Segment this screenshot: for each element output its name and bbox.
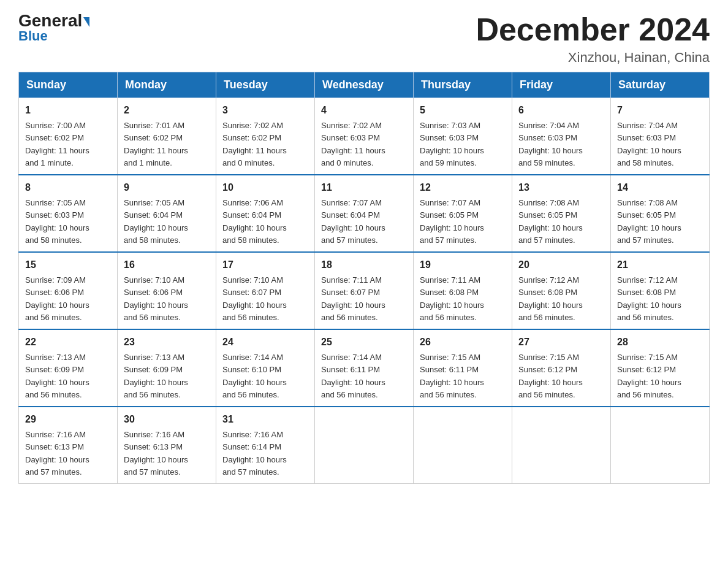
calendar-cell: 12Sunrise: 7:07 AMSunset: 6:05 PMDayligh… (414, 175, 512, 252)
day-info: Sunrise: 7:16 AMSunset: 6:13 PMDaylight:… (124, 430, 188, 477)
day-number: 20 (518, 258, 604, 272)
day-info: Sunrise: 7:12 AMSunset: 6:08 PMDaylight:… (518, 275, 583, 322)
day-info: Sunrise: 7:16 AMSunset: 6:14 PMDaylight:… (222, 430, 287, 477)
day-number: 22 (25, 335, 111, 350)
calendar-cell: 21Sunrise: 7:12 AMSunset: 6:08 PMDayligh… (611, 252, 710, 329)
day-number: 23 (124, 335, 210, 350)
calendar-cell: 9Sunrise: 7:05 AMSunset: 6:04 PMDaylight… (118, 175, 216, 252)
calendar-cell: 28Sunrise: 7:15 AMSunset: 6:12 PMDayligh… (611, 329, 710, 407)
day-info: Sunrise: 7:01 AMSunset: 6:02 PMDaylight:… (124, 121, 188, 167)
calendar-cell: 16Sunrise: 7:10 AMSunset: 6:06 PMDayligh… (118, 252, 216, 329)
day-info: Sunrise: 7:02 AMSunset: 6:03 PMDaylight:… (321, 121, 385, 167)
header-day-wednesday: Wednesday (315, 72, 414, 98)
calendar-cell (414, 407, 512, 484)
day-info: Sunrise: 7:04 AMSunset: 6:03 PMDaylight:… (518, 121, 583, 167)
day-info: Sunrise: 7:12 AMSunset: 6:08 PMDaylight:… (617, 275, 681, 322)
day-info: Sunrise: 7:16 AMSunset: 6:13 PMDaylight:… (25, 430, 89, 477)
week-row-1: 1Sunrise: 7:00 AMSunset: 6:02 PMDaylight… (19, 98, 710, 175)
calendar-header: SundayMondayTuesdayWednesdayThursdayFrid… (19, 72, 710, 98)
day-info: Sunrise: 7:00 AMSunset: 6:02 PMDaylight:… (25, 121, 89, 167)
header-day-friday: Friday (512, 72, 611, 98)
calendar-cell (512, 407, 611, 484)
calendar-cell: 5Sunrise: 7:03 AMSunset: 6:03 PMDaylight… (414, 98, 512, 175)
day-info: Sunrise: 7:02 AMSunset: 6:02 PMDaylight:… (222, 121, 287, 167)
day-number: 19 (420, 258, 506, 272)
header-day-thursday: Thursday (414, 72, 512, 98)
logo-blue: Blue (18, 28, 48, 44)
week-row-4: 22Sunrise: 7:13 AMSunset: 6:09 PMDayligh… (19, 329, 710, 407)
page-header: General Blue December 2024 Xinzhou, Hain… (18, 12, 710, 66)
header-day-tuesday: Tuesday (216, 72, 315, 98)
day-info: Sunrise: 7:11 AMSunset: 6:08 PMDaylight:… (420, 275, 484, 322)
week-row-5: 29Sunrise: 7:16 AMSunset: 6:13 PMDayligh… (19, 407, 710, 484)
calendar-cell: 7Sunrise: 7:04 AMSunset: 6:03 PMDaylight… (611, 98, 710, 175)
day-number: 14 (617, 180, 703, 195)
day-number: 3 (222, 103, 308, 118)
day-number: 28 (617, 335, 703, 350)
calendar-cell: 22Sunrise: 7:13 AMSunset: 6:09 PMDayligh… (19, 329, 118, 407)
day-info: Sunrise: 7:15 AMSunset: 6:12 PMDaylight:… (518, 353, 583, 399)
day-number: 4 (321, 103, 407, 118)
day-number: 30 (124, 412, 210, 427)
calendar-cell: 20Sunrise: 7:12 AMSunset: 6:08 PMDayligh… (512, 252, 611, 329)
day-info: Sunrise: 7:11 AMSunset: 6:07 PMDaylight:… (321, 275, 385, 322)
calendar-cell: 13Sunrise: 7:08 AMSunset: 6:05 PMDayligh… (512, 175, 611, 252)
title-area: December 2024 Xinzhou, Hainan, China (476, 12, 710, 66)
day-number: 18 (321, 258, 407, 272)
day-number: 21 (617, 258, 703, 272)
day-info: Sunrise: 7:15 AMSunset: 6:12 PMDaylight:… (617, 353, 681, 399)
day-number: 7 (617, 103, 703, 118)
day-info: Sunrise: 7:08 AMSunset: 6:05 PMDaylight:… (617, 198, 681, 245)
calendar-cell: 30Sunrise: 7:16 AMSunset: 6:13 PMDayligh… (118, 407, 216, 484)
calendar-cell: 8Sunrise: 7:05 AMSunset: 6:03 PMDaylight… (19, 175, 118, 252)
header-day-saturday: Saturday (611, 72, 710, 98)
day-number: 26 (420, 335, 506, 350)
day-number: 5 (420, 103, 506, 118)
calendar-table: SundayMondayTuesdayWednesdayThursdayFrid… (18, 72, 710, 484)
day-number: 15 (25, 258, 111, 272)
day-number: 8 (25, 180, 111, 195)
day-info: Sunrise: 7:07 AMSunset: 6:05 PMDaylight:… (420, 198, 484, 245)
calendar-cell (611, 407, 710, 484)
calendar-cell: 11Sunrise: 7:07 AMSunset: 6:04 PMDayligh… (315, 175, 414, 252)
day-info: Sunrise: 7:04 AMSunset: 6:03 PMDaylight:… (617, 121, 681, 167)
calendar-cell: 27Sunrise: 7:15 AMSunset: 6:12 PMDayligh… (512, 329, 611, 407)
calendar-cell: 19Sunrise: 7:11 AMSunset: 6:08 PMDayligh… (414, 252, 512, 329)
day-info: Sunrise: 7:14 AMSunset: 6:10 PMDaylight:… (222, 353, 287, 399)
calendar-cell: 3Sunrise: 7:02 AMSunset: 6:02 PMDaylight… (216, 98, 315, 175)
calendar-cell: 10Sunrise: 7:06 AMSunset: 6:04 PMDayligh… (216, 175, 315, 252)
day-number: 1 (25, 103, 111, 118)
header-row: SundayMondayTuesdayWednesdayThursdayFrid… (19, 72, 710, 98)
day-info: Sunrise: 7:10 AMSunset: 6:07 PMDaylight:… (222, 275, 287, 322)
day-info: Sunrise: 7:10 AMSunset: 6:06 PMDaylight:… (124, 275, 188, 322)
calendar-cell: 24Sunrise: 7:14 AMSunset: 6:10 PMDayligh… (216, 329, 315, 407)
calendar-cell: 18Sunrise: 7:11 AMSunset: 6:07 PMDayligh… (315, 252, 414, 329)
day-number: 12 (420, 180, 506, 195)
logo-text: General (18, 12, 89, 29)
calendar-cell: 26Sunrise: 7:15 AMSunset: 6:11 PMDayligh… (414, 329, 512, 407)
day-number: 13 (518, 180, 604, 195)
calendar-cell: 25Sunrise: 7:14 AMSunset: 6:11 PMDayligh… (315, 329, 414, 407)
header-day-monday: Monday (118, 72, 216, 98)
calendar-cell: 6Sunrise: 7:04 AMSunset: 6:03 PMDaylight… (512, 98, 611, 175)
day-number: 6 (518, 103, 604, 118)
day-info: Sunrise: 7:06 AMSunset: 6:04 PMDaylight:… (222, 198, 287, 245)
day-number: 11 (321, 180, 407, 195)
calendar-cell: 15Sunrise: 7:09 AMSunset: 6:06 PMDayligh… (19, 252, 118, 329)
day-number: 16 (124, 258, 210, 272)
day-info: Sunrise: 7:14 AMSunset: 6:11 PMDaylight:… (321, 353, 385, 399)
day-number: 2 (124, 103, 210, 118)
calendar-cell (315, 407, 414, 484)
calendar-cell: 1Sunrise: 7:00 AMSunset: 6:02 PMDaylight… (19, 98, 118, 175)
month-title: December 2024 (476, 12, 710, 47)
logo-area: General Blue (18, 12, 89, 44)
calendar-cell: 29Sunrise: 7:16 AMSunset: 6:13 PMDayligh… (19, 407, 118, 484)
day-number: 29 (25, 412, 111, 427)
day-info: Sunrise: 7:13 AMSunset: 6:09 PMDaylight:… (25, 353, 89, 399)
calendar-cell: 2Sunrise: 7:01 AMSunset: 6:02 PMDaylight… (118, 98, 216, 175)
day-info: Sunrise: 7:13 AMSunset: 6:09 PMDaylight:… (124, 353, 188, 399)
day-number: 24 (222, 335, 308, 350)
calendar-cell: 4Sunrise: 7:02 AMSunset: 6:03 PMDaylight… (315, 98, 414, 175)
week-row-3: 15Sunrise: 7:09 AMSunset: 6:06 PMDayligh… (19, 252, 710, 329)
day-info: Sunrise: 7:03 AMSunset: 6:03 PMDaylight:… (420, 121, 484, 167)
